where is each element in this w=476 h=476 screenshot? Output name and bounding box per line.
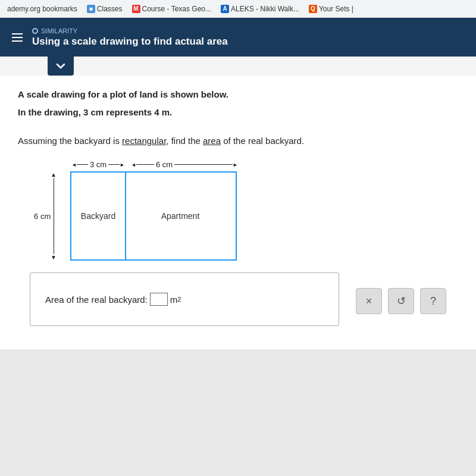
academy-label: ademy.org bookmarks — [7, 5, 77, 13]
undo-button[interactable]: ↺ — [388, 288, 414, 314]
problem-line1-text: A scale drawing for a plot of land is sh… — [18, 89, 228, 99]
left-arrow-6cm: ◄ — [131, 162, 136, 168]
dim-line-3cm-r — [108, 164, 120, 165]
close-button[interactable]: × — [356, 288, 382, 314]
header-content: SIMILARITY Using a scale drawing to find… — [32, 27, 228, 48]
right-arrow-3cm: ► — [120, 162, 125, 168]
side-dimension-label: 6 cm — [34, 212, 51, 221]
problem-area: A scale drawing for a plot of land is sh… — [0, 76, 476, 349]
hamburger-menu[interactable] — [10, 31, 25, 44]
aleks-icon: A — [221, 5, 229, 13]
help-button[interactable]: ? — [420, 288, 446, 314]
backyard-text: Backyard — [81, 211, 115, 221]
similarity-dot — [32, 28, 38, 34]
similarity-label: SIMILARITY — [32, 27, 228, 35]
answer-label: Area of the real backyard: — [45, 295, 148, 305]
problem-line3-mid: , find the — [166, 136, 203, 146]
bookmarks-bar: ademy.org bookmarks ■ Classes M Course -… — [0, 0, 476, 18]
problem-line2-unit1: cm — [91, 107, 104, 117]
dim-line-6cm-l — [136, 164, 154, 165]
dim-line-6cm-r — [174, 164, 233, 165]
problem-line3-prefix: Assuming the backyard is — [18, 136, 122, 146]
dim-6cm: ◄ 6 cm ► — [131, 160, 238, 169]
problem-line3-link2: area — [203, 136, 221, 146]
backyard-label: Backyard — [71, 173, 125, 259]
classes-icon: ■ — [87, 5, 95, 13]
dim-line-3cm — [77, 164, 88, 165]
top-dimensions: ◄ 3 cm ► ◄ 6 cm ► — [71, 160, 268, 169]
dim-label-6cm: 6 cm — [156, 160, 173, 169]
classes-label: Classes — [97, 5, 123, 13]
chevron-down-icon — [56, 61, 65, 71]
right-arrow-6cm: ► — [233, 162, 238, 168]
problem-line2-suffix: . — [170, 107, 172, 117]
aleks-label: ALEKS - Nikki Walk... — [231, 5, 299, 13]
bookmark-academy[interactable]: ademy.org bookmarks — [5, 4, 80, 14]
action-buttons: × ↺ ? — [356, 288, 446, 314]
course-icon: M — [132, 5, 140, 13]
problem-line2-unit2: m — [162, 107, 170, 117]
problem-line2-mid: represents 4 — [104, 107, 162, 117]
diagram: ◄ 3 cm ► ◄ 6 cm ► — [42, 160, 268, 261]
scale-rectangle: Backyard Apartment — [70, 171, 237, 261]
similarity-text: SIMILARITY — [41, 27, 77, 35]
course-label: Course - Texas Geo... — [142, 5, 212, 13]
bookmark-course[interactable]: M Course - Texas Geo... — [130, 4, 214, 14]
problem-line1: A scale drawing for a plot of land is sh… — [18, 87, 458, 102]
bookmark-aleks[interactable]: A ALEKS - Nikki Walk... — [218, 4, 302, 14]
answer-input[interactable] — [150, 293, 168, 306]
apartment-text: Apartment — [161, 211, 200, 221]
v-line — [54, 178, 54, 254]
page-title: Using a scale drawing to find actual are… — [32, 36, 228, 48]
bookmark-classes[interactable]: ■ Classes — [84, 4, 125, 14]
vertical-arrow: 6 cm — [51, 171, 57, 261]
dim-label-3cm: 3 cm — [90, 160, 107, 169]
apartment-label: Apartment — [125, 173, 236, 259]
hamburger-line1 — [12, 33, 23, 35]
scale-drawing: 6 cm Backyard Apartment — [42, 171, 268, 261]
answer-section: Area of the real backyard: m2 × ↺ ? — [18, 273, 458, 326]
yoursets-label: Your Sets | — [319, 5, 353, 13]
answer-unit: m — [170, 295, 178, 305]
answer-area: Area of the real backyard: m2 — [30, 273, 339, 326]
left-label-area: 6 cm — [42, 171, 65, 261]
problem-line2-prefix: In the drawing, 3 — [18, 107, 91, 117]
answer-exponent: 2 — [177, 296, 181, 303]
problem-line2: In the drawing, 3 cm represents 4 m. — [18, 105, 458, 120]
dim-3cm: ◄ 3 cm ► — [71, 160, 125, 169]
problem-line3-link1: rectangular — [122, 136, 166, 146]
bookmark-yoursets[interactable]: Q Your Sets | — [306, 4, 356, 14]
problem-line3-suffix: of the real backyard. — [221, 136, 304, 146]
yoursets-icon: Q — [309, 5, 317, 13]
hamburger-line3 — [12, 40, 23, 42]
page-header: SIMILARITY Using a scale drawing to find… — [0, 18, 476, 57]
side-dim-value: 6 cm — [34, 212, 51, 221]
rectangle-wrapper: Backyard Apartment — [70, 171, 237, 261]
problem-line3: Assuming the backyard is rectangular, fi… — [18, 134, 458, 148]
expand-button[interactable] — [48, 57, 74, 76]
hamburger-line2 — [12, 37, 23, 38]
left-arrow-3cm: ◄ — [71, 162, 77, 168]
